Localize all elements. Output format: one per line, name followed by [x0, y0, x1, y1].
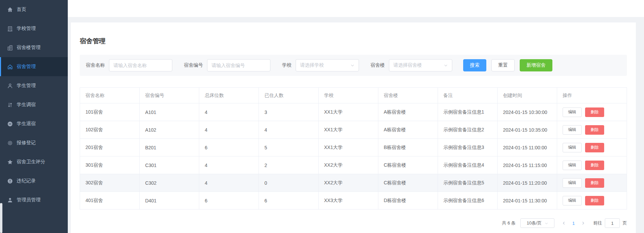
cell-building: B栋宿舍楼	[378, 139, 438, 156]
exclamation-circle-icon	[7, 178, 13, 184]
cell-occupied: 0	[259, 174, 318, 192]
main-area: 宿舍管理 宿舍名称 宿舍编号 学校 请选择学校	[68, 0, 644, 233]
delete-button[interactable]: 删除	[585, 125, 604, 135]
school-building-icon	[7, 26, 13, 32]
cell-actions: 编辑删除	[557, 139, 627, 156]
edit-button[interactable]: 编辑	[563, 178, 582, 188]
goto-label: 前往	[593, 220, 602, 226]
page-number-1[interactable]: 1	[569, 218, 578, 228]
dorm-code-input[interactable]	[207, 59, 270, 71]
table-row: 101宿舍A10143XX1大学A栋宿舍楼示例宿舍备注信息12024-01-15…	[80, 103, 627, 121]
reset-button[interactable]: 重置	[491, 59, 515, 71]
cell-created: 2024-01-15 11:15:00	[497, 156, 557, 174]
cell-created: 2024-01-15 11:00:00	[497, 139, 557, 156]
cell-actions: 编辑删除	[557, 121, 627, 139]
cell-created: 2024-01-15 10:35:00	[497, 121, 557, 139]
sidebar-item-school[interactable]: 学校管理	[0, 19, 68, 38]
cell-note: 示例宿舍备注信息6	[438, 192, 497, 210]
sidebar-item-dorm[interactable]: 宿舍管理	[0, 57, 68, 76]
column-header: 学校	[318, 88, 378, 103]
edit-button[interactable]: 编辑	[563, 161, 582, 170]
edit-button[interactable]: 编辑	[563, 143, 582, 152]
cell-actions: 编辑删除	[557, 174, 627, 192]
sidebar-item-admin[interactable]: 管理员管理	[0, 190, 68, 210]
cell-building: C栋宿舍楼	[378, 174, 438, 192]
sidebar-item-repair[interactable]: 报修登记	[0, 133, 68, 152]
sidebar-item-label: 学校管理	[17, 26, 36, 32]
page-title: 宿舍管理	[80, 22, 627, 46]
chevron-down-icon	[350, 63, 355, 67]
cell-school: XX1大学	[318, 121, 378, 139]
table-row: 302宿舍C30240XX2大学C栋宿舍楼示例宿舍备注信息52024-01-15…	[80, 174, 627, 192]
cell-school: XX1大学	[318, 139, 378, 156]
cell-note: 示例宿舍备注信息1	[438, 103, 497, 121]
topbar	[68, 0, 644, 17]
delete-button[interactable]: 删除	[585, 161, 604, 170]
add-dorm-button[interactable]: 新增宿舍	[520, 59, 552, 71]
edit-button[interactable]: 编辑	[563, 125, 582, 135]
cell-beds: 4	[199, 103, 259, 121]
gear-icon	[7, 140, 13, 146]
cell-occupied: 3	[259, 103, 318, 121]
sidebar-item-hygiene[interactable]: 宿舍卫生评分	[0, 152, 68, 171]
cell-actions: 编辑删除	[557, 103, 627, 121]
cell-name: 102宿舍	[80, 121, 140, 139]
sidebar-item-home[interactable]: 首页	[0, 0, 68, 19]
sort-arrows-icon	[7, 102, 13, 108]
cell-school: XX3大学	[318, 192, 378, 210]
cell-name: 101宿舍	[80, 103, 140, 121]
dorm-table: 宿舍名称宿舍编号总床位数已住人数学校宿舍楼备注创建时间操作 101宿舍A1014…	[80, 87, 627, 210]
sidebar-item-checkout[interactable]: 学生退宿	[0, 114, 68, 133]
edit-button[interactable]: 编辑	[563, 196, 582, 205]
sidebar-item-label: 宿舍卫生评分	[17, 159, 45, 165]
building-select-placeholder: 请选择宿舍楼	[393, 62, 422, 68]
table-row: 401宿舍D40166XX3大学D栋宿舍楼示例宿舍备注信息62024-01-15…	[80, 192, 627, 210]
cell-code: A101	[140, 103, 199, 121]
delete-button[interactable]: 删除	[585, 107, 604, 117]
goto-suffix: 页	[623, 220, 627, 226]
pagination-goto: 前往 页	[593, 218, 627, 228]
office-building-icon	[7, 45, 13, 51]
delete-button[interactable]: 删除	[585, 178, 604, 188]
delete-button[interactable]: 删除	[585, 196, 604, 205]
school-select[interactable]: 请选择学校	[296, 59, 359, 71]
pagination: 共 6 条 10条/页 1	[80, 218, 627, 228]
building-select[interactable]: 请选择宿舍楼	[389, 59, 452, 71]
cell-note: 示例宿舍备注信息4	[438, 156, 497, 174]
prev-page-button[interactable]	[559, 218, 569, 228]
cell-actions: 编辑删除	[557, 156, 627, 174]
dorm-name-input[interactable]	[109, 59, 172, 71]
sidebar-item-label: 学生管理	[17, 83, 36, 89]
pagination-total: 共 6 条	[502, 220, 516, 226]
cell-beds: 6	[199, 139, 259, 156]
cell-beds: 6	[199, 192, 259, 210]
cell-actions: 编辑删除	[557, 192, 627, 210]
sidebar-item-building[interactable]: 宿舍楼管理	[0, 38, 68, 57]
cell-created: 2024-01-15 11:30:00	[497, 192, 557, 210]
content-area: 宿舍管理 宿舍名称 宿舍编号 学校 请选择学校	[68, 17, 644, 233]
cell-occupied: 4	[259, 121, 318, 139]
sidebar-item-student[interactable]: 学生管理	[0, 76, 68, 95]
page-size-select[interactable]: 10条/页	[520, 218, 554, 228]
sidebar-item-label: 报修登记	[17, 140, 36, 146]
page-size-value: 10条/页	[527, 220, 541, 226]
cell-beds: 4	[199, 156, 259, 174]
cell-code: C302	[140, 174, 199, 192]
filter-building: 宿舍楼 请选择宿舍楼	[371, 59, 452, 71]
cell-occupied: 6	[259, 192, 318, 210]
cell-created: 2024-01-15 11:20:00	[497, 174, 557, 192]
cell-name: 401宿舍	[80, 192, 140, 210]
edit-button[interactable]: 编辑	[563, 107, 582, 117]
column-header: 宿舍名称	[80, 88, 140, 103]
search-button[interactable]: 搜索	[463, 59, 486, 71]
cell-name: 201宿舍	[80, 139, 140, 156]
sidebar-item-transfer[interactable]: 学生调宿	[0, 95, 68, 114]
minus-circle-icon	[7, 121, 13, 127]
sidebar-scrollbar[interactable]	[0, 203, 2, 233]
next-page-button[interactable]	[578, 218, 588, 228]
delete-button[interactable]: 删除	[585, 143, 604, 152]
goto-page-input[interactable]	[605, 218, 620, 228]
sidebar-item-violation[interactable]: 违纪记录	[0, 171, 68, 190]
dorm-name-label: 宿舍名称	[86, 62, 105, 68]
cell-building: C栋宿舍楼	[378, 156, 438, 174]
